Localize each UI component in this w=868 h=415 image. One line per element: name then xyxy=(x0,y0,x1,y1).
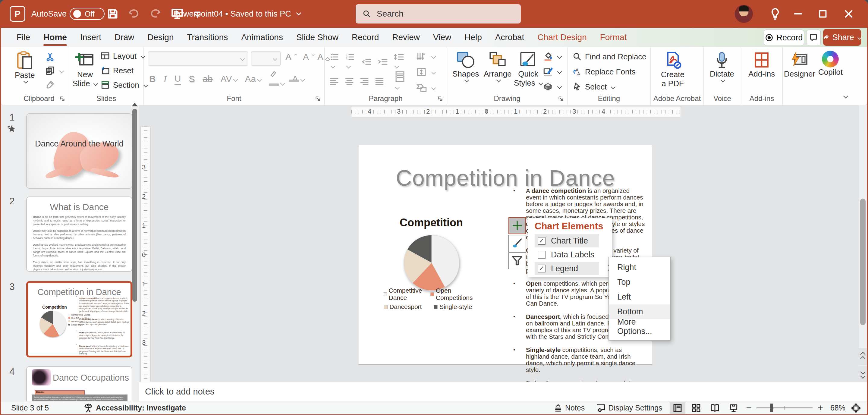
data-labels-option[interactable]: Data Labels xyxy=(535,248,599,261)
tab-home[interactable]: Home xyxy=(37,28,73,47)
strikethrough-button[interactable]: ab xyxy=(203,74,213,84)
record-button[interactable]: Record xyxy=(764,30,804,46)
decrease-indent-button[interactable] xyxy=(361,57,372,66)
cut-button[interactable] xyxy=(45,52,55,62)
align-left-button[interactable] xyxy=(330,77,339,86)
minimize-button[interactable] xyxy=(788,0,808,28)
collapse-ribbon-chevron-icon[interactable] xyxy=(842,93,849,101)
chart-elements-button[interactable] xyxy=(508,217,526,234)
chart-title[interactable]: Competition xyxy=(392,216,470,229)
slide-sorter-view-button[interactable] xyxy=(688,402,704,414)
font-dialog-launcher-icon[interactable] xyxy=(315,96,321,102)
increase-indent-button[interactable] xyxy=(377,57,388,66)
notes-pane[interactable]: Click to add notes xyxy=(139,382,867,401)
slide-3-thumbnail-selected[interactable]: Competition in Dance Competition Competi… xyxy=(26,281,132,357)
new-slide-button[interactable]: NewSlide xyxy=(73,51,97,88)
bullets-button[interactable] xyxy=(330,53,340,71)
legend-top-option[interactable]: Top xyxy=(609,275,670,290)
tab-transitions[interactable]: Transitions xyxy=(180,28,235,47)
previous-slide-button[interactable] xyxy=(859,348,867,365)
dictate-button[interactable]: Dictate xyxy=(710,51,734,82)
chart-filters-button[interactable] xyxy=(508,252,526,269)
autosave-toggle[interactable]: Off xyxy=(70,8,104,20)
accessibility-checker[interactable]: Accessibility: Investigate xyxy=(83,403,186,413)
tab-view[interactable]: View xyxy=(427,28,458,47)
thumbnail-scroll-up-icon[interactable] xyxy=(132,103,138,106)
tab-format[interactable]: Format xyxy=(593,28,633,47)
add-ins-button[interactable]: Add-ins xyxy=(748,51,775,78)
data-labels-checkbox[interactable] xyxy=(538,251,546,259)
undo-icon[interactable] xyxy=(123,8,144,20)
decrease-font-size-button[interactable]: A xyxy=(303,52,315,62)
notes-toggle-button[interactable]: Notes xyxy=(550,402,589,414)
reading-view-button[interactable] xyxy=(707,402,723,414)
share-button[interactable]: Share xyxy=(823,29,861,46)
find-and-replace-button[interactable]: Find and Replace xyxy=(572,52,647,62)
character-spacing-button[interactable]: AV xyxy=(221,74,237,84)
numbering-button[interactable]: 123 xyxy=(345,53,355,71)
vertical-ruler[interactable]: 3 2 1 0 1 2 3 xyxy=(141,126,151,386)
line-spacing-button[interactable] xyxy=(393,53,404,71)
shape-effects-button[interactable] xyxy=(543,82,561,92)
legend-more-options[interactable]: More Options... xyxy=(609,319,670,334)
chart-legend[interactable]: Competitive Dance Open Competitions Danc… xyxy=(384,287,486,312)
align-text-button[interactable] xyxy=(415,67,435,77)
copilot-button[interactable]: Copilot xyxy=(818,51,843,76)
align-center-button[interactable] xyxy=(344,77,354,86)
user-avatar[interactable] xyxy=(735,5,753,23)
create-pdf-button[interactable]: Createa PDF xyxy=(661,51,684,88)
tab-help[interactable]: Help xyxy=(458,28,489,47)
scrollbar-thumb[interactable] xyxy=(860,199,866,325)
slide-indicator[interactable]: Slide 3 of 5 xyxy=(11,404,49,412)
paragraph-dialog-launcher-icon[interactable] xyxy=(437,96,444,102)
paste-button[interactable]: Paste xyxy=(15,51,35,83)
reset-button[interactable]: Reset xyxy=(100,66,133,75)
tab-chart-design[interactable]: Chart Design xyxy=(531,28,593,47)
tab-record[interactable]: Record xyxy=(345,28,385,47)
drawing-dialog-launcher-icon[interactable] xyxy=(558,96,564,102)
section-button[interactable]: Section xyxy=(100,80,147,90)
quick-styles-button[interactable]: QuickStyles xyxy=(514,51,542,87)
change-case-button[interactable]: Aa xyxy=(245,74,261,84)
font-size-combobox[interactable] xyxy=(251,51,281,66)
designer-button[interactable]: Designer xyxy=(784,51,815,78)
zoom-level[interactable]: 68% xyxy=(830,404,845,412)
tab-insert[interactable]: Insert xyxy=(73,28,108,47)
display-settings-button[interactable]: Display Settings xyxy=(592,402,666,414)
redo-icon[interactable] xyxy=(146,8,166,20)
tab-file[interactable]: File xyxy=(10,28,37,47)
next-slide-button[interactable] xyxy=(859,365,867,382)
legend-right-option[interactable]: Right xyxy=(609,260,670,275)
shapes-button[interactable]: Shapes xyxy=(453,51,479,82)
bold-button[interactable]: B xyxy=(149,74,156,84)
legend-option[interactable]: ✓ Legend xyxy=(535,262,599,275)
save-icon[interactable] xyxy=(102,8,123,20)
text-direction-button[interactable]: A xyxy=(415,51,435,62)
slide-show-view-button[interactable] xyxy=(726,402,741,414)
copy-button[interactable] xyxy=(45,66,63,76)
chart-title-checkbox[interactable]: ✓ xyxy=(538,237,546,245)
increase-font-size-button[interactable]: A xyxy=(285,52,298,62)
shape-fill-button[interactable] xyxy=(543,51,561,62)
convert-to-smartart-button[interactable] xyxy=(415,83,435,93)
search-bar[interactable] xyxy=(355,4,521,24)
font-name-combobox[interactable] xyxy=(148,51,248,66)
tell-me-lightbulb-icon[interactable] xyxy=(766,0,785,28)
pie-chart[interactable] xyxy=(403,234,460,291)
zoom-out-button[interactable]: − xyxy=(744,402,754,414)
text-shadow-button[interactable]: S xyxy=(189,74,195,84)
justify-button[interactable] xyxy=(375,77,384,86)
italic-button[interactable]: I xyxy=(164,74,167,84)
replace-fonts-button[interactable]: AAReplace Fonts xyxy=(572,67,636,76)
zoom-in-button[interactable]: + xyxy=(815,402,825,414)
tab-review[interactable]: Review xyxy=(385,28,427,47)
horizontal-ruler[interactable]: 4 3 2 1 0 1 2 3 4 xyxy=(351,107,681,117)
layout-button[interactable]: Layout xyxy=(100,51,145,61)
document-title[interactable]: Powerpoint04 • Saved to this PC xyxy=(173,0,303,28)
slide-1-thumbnail[interactable]: Dance Around the World xyxy=(26,113,132,189)
zoom-slider-thumb[interactable] xyxy=(770,404,773,412)
search-input[interactable] xyxy=(376,9,504,19)
legend-left-option[interactable]: Left xyxy=(609,290,670,305)
chart-styles-button[interactable] xyxy=(508,235,526,252)
tab-animations[interactable]: Animations xyxy=(235,28,290,47)
